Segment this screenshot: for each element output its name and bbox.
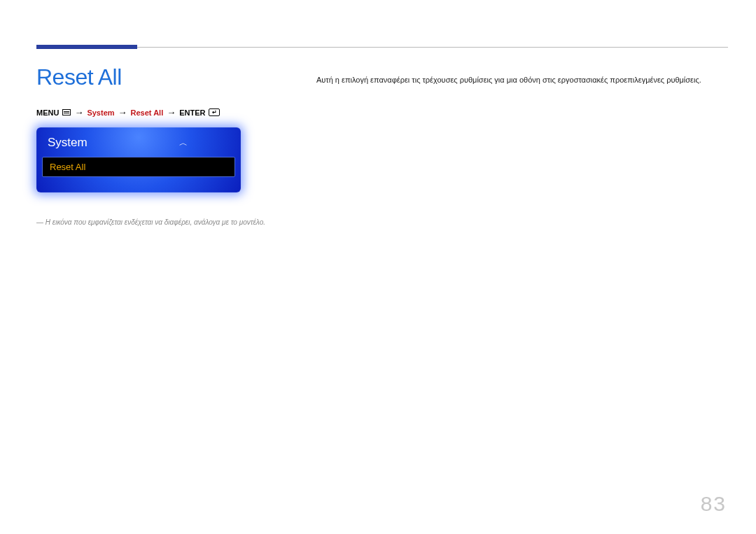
page-title: Reset All	[36, 64, 122, 90]
breadcrumb-enter-label: ENTER	[179, 108, 205, 117]
arrow-right-icon: →	[118, 107, 127, 118]
arrow-right-icon: →	[74, 107, 83, 118]
page-number: 83	[701, 492, 727, 516]
breadcrumb: MENU → System → Reset All → ENTER ↵	[36, 107, 220, 118]
breadcrumb-menu-label: MENU	[36, 108, 59, 117]
enter-icon: ↵	[209, 108, 220, 116]
header-rule	[137, 47, 728, 48]
image-disclaimer: Η εικόνα που εμφανίζεται ενδέχεται να δι…	[36, 218, 265, 226]
chevron-up-icon: ︿	[179, 137, 188, 149]
menu-icon	[62, 109, 71, 115]
header-accent-bar	[36, 45, 137, 49]
breadcrumb-system: System	[87, 108, 114, 117]
osd-title: System	[48, 136, 88, 150]
arrow-right-icon: →	[167, 107, 176, 118]
osd-header: System ︿	[42, 134, 235, 157]
manual-page: Reset All MENU → System → Reset All → EN…	[0, 0, 756, 534]
osd-item-reset-all[interactable]: Reset All	[42, 157, 235, 177]
osd-panel: System ︿ Reset All	[36, 127, 241, 192]
breadcrumb-reset-all: Reset All	[131, 108, 164, 117]
body-description: Αυτή η επιλογή επαναφέρει τις τρέχουσες …	[316, 74, 720, 86]
